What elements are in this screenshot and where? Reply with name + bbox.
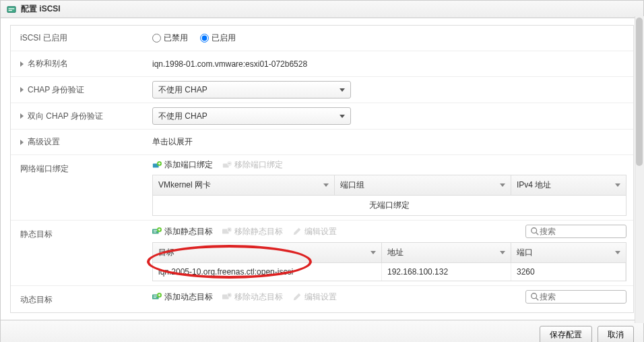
dynamic-target-search-input[interactable] xyxy=(540,292,622,302)
expander-name-alias[interactable]: 名称和别名 xyxy=(11,51,146,76)
svg-rect-8 xyxy=(154,230,158,231)
pencil-icon xyxy=(292,227,302,236)
col-address[interactable]: 地址 xyxy=(382,243,511,262)
svg-point-13 xyxy=(532,228,537,233)
svg-rect-16 xyxy=(154,297,156,297)
iscsi-icon xyxy=(6,4,17,15)
cell-target: iqn.2005-10.org.freenas.ctl:open-iscsi xyxy=(153,263,382,281)
label-dynamic-targets: 动态目标 xyxy=(11,286,146,312)
chevron-right-icon xyxy=(20,61,24,67)
section-port-binding: 网络端口绑定 添加端口绑定 移除端口绑定 xyxy=(11,155,633,221)
svg-point-20 xyxy=(532,293,537,299)
col-target[interactable]: 目标 xyxy=(153,243,382,262)
search-icon xyxy=(530,292,540,302)
col-ipv4[interactable]: IPv4 地址 xyxy=(511,175,626,195)
static-target-search-input[interactable] xyxy=(540,227,622,236)
table-row[interactable]: iqn.2005-10.org.freenas.ctl:open-iscsi 1… xyxy=(153,263,626,281)
remove-dynamic-target-button: 移除动态目标 xyxy=(222,291,283,303)
select-chap[interactable]: 不使用 CHAP xyxy=(152,81,351,98)
remove-target-icon xyxy=(222,292,232,302)
search-icon xyxy=(530,227,540,236)
sort-icon xyxy=(615,251,620,254)
value-iqn: iqn.1998-01.com.vmware:esxi01-072b6528 xyxy=(146,55,633,73)
cell-port: 3260 xyxy=(511,263,626,281)
add-port-binding-button[interactable]: 添加端口绑定 xyxy=(152,159,213,171)
remove-static-target-button: 移除静态目标 xyxy=(222,226,283,237)
dynamic-target-search[interactable] xyxy=(525,290,626,304)
static-target-search[interactable] xyxy=(525,225,626,238)
expander-chap[interactable]: CHAP 身份验证 xyxy=(11,78,146,103)
remove-target-icon xyxy=(222,227,232,236)
col-port[interactable]: 端口 xyxy=(511,243,626,262)
row-mutual-chap: 双向 CHAP 身份验证 不使用 CHAP xyxy=(11,103,633,130)
label-port-binding: 网络端口绑定 xyxy=(11,155,146,181)
select-mutual-chap[interactable]: 不使用 CHAP xyxy=(152,107,351,125)
value-advanced[interactable]: 单击以展开 xyxy=(146,132,633,152)
col-vmkernel-nic[interactable]: VMkernel 网卡 xyxy=(153,175,335,195)
caret-down-icon xyxy=(340,88,345,92)
sort-icon xyxy=(615,183,620,187)
save-button[interactable]: 保存配置 xyxy=(540,326,592,342)
expander-mutual-chap[interactable]: 双向 CHAP 身份验证 xyxy=(11,104,146,129)
section-dynamic-targets: 动态目标 添加动态目标 移除动态目标 编辑设置 xyxy=(11,286,633,312)
chevron-right-icon xyxy=(20,113,24,119)
add-nic-icon xyxy=(152,161,162,170)
label-static-targets: 静态目标 xyxy=(11,221,146,247)
sort-icon xyxy=(500,251,505,254)
row-iscsi-enabled: iSCSI 已启用 已禁用 已启用 xyxy=(11,26,633,51)
dialog-title: 配置 iSCSI xyxy=(21,3,61,15)
radio-enabled[interactable]: 已启用 xyxy=(200,32,236,44)
edit-dynamic-target-button: 编辑设置 xyxy=(292,291,337,303)
chevron-right-icon xyxy=(20,87,24,92)
cancel-button[interactable]: 取消 xyxy=(598,326,634,342)
add-static-target-button[interactable]: 添加静态目标 xyxy=(152,226,213,237)
svg-rect-0 xyxy=(7,6,15,12)
svg-rect-9 xyxy=(154,231,156,232)
row-name-alias: 名称和别名 iqn.1998-01.com.vmware:esxi01-072b… xyxy=(11,51,633,77)
remove-port-binding-button: 移除端口绑定 xyxy=(222,159,283,171)
port-binding-grid: VMkernel 网卡 端口组 IPv4 地址 无端口绑定 xyxy=(152,175,626,216)
label-iscsi-enabled: iSCSI 已启用 xyxy=(11,26,146,51)
expander-advanced[interactable]: 高级设置 xyxy=(11,130,146,154)
svg-rect-2 xyxy=(9,9,12,10)
add-dynamic-target-button[interactable]: 添加动态目标 xyxy=(152,291,213,303)
radio-disabled[interactable]: 已禁用 xyxy=(152,32,188,44)
sort-icon xyxy=(323,183,329,187)
remove-nic-icon xyxy=(222,161,232,170)
sort-icon xyxy=(371,251,376,254)
svg-rect-1 xyxy=(9,8,15,9)
sort-icon xyxy=(500,183,505,187)
scrollbar-thumb[interactable] xyxy=(636,18,643,166)
col-portgroup[interactable]: 端口组 xyxy=(335,175,511,195)
cell-address: 192.168.100.132 xyxy=(382,263,511,281)
svg-rect-15 xyxy=(154,295,158,296)
section-static-targets: 静态目标 添加静态目标 移除静态目标 编辑设置 xyxy=(11,221,633,286)
static-targets-grid: 目标 地址 端口 iqn.2005-10.org.freenas.ctl:ope… xyxy=(152,242,626,281)
add-target-icon xyxy=(152,227,162,236)
row-chap: CHAP 身份验证 不使用 CHAP xyxy=(11,77,633,103)
dialog-titlebar: 配置 iSCSI xyxy=(1,1,643,18)
caret-down-icon xyxy=(340,115,345,118)
add-target-icon xyxy=(152,292,162,302)
pencil-icon xyxy=(292,292,302,302)
scrollbar[interactable] xyxy=(635,16,644,323)
chevron-right-icon xyxy=(20,140,24,145)
edit-static-target-button: 编辑设置 xyxy=(292,226,337,237)
dialog-footer: 保存配置 取消 xyxy=(1,320,643,342)
row-advanced: 高级设置 单击以展开 xyxy=(11,130,633,155)
port-binding-empty: 无端口绑定 xyxy=(153,196,626,215)
